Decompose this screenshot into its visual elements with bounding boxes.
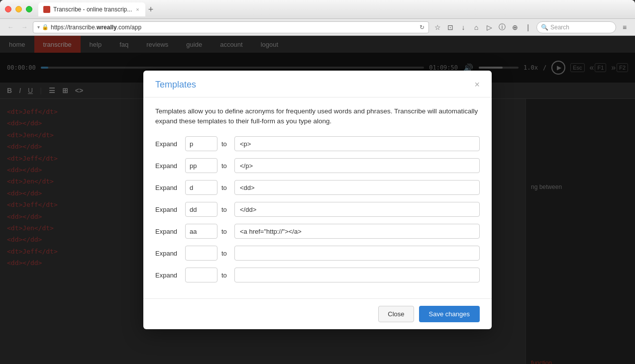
tab-bar: Transcribe - online transcrip... × +	[38, 2, 630, 16]
more-icon[interactable]: |	[523, 22, 533, 33]
expand-label-2: Expand	[155, 162, 181, 170]
tab-favicon	[43, 6, 50, 13]
expand-label-3: Expand	[155, 184, 181, 191]
lock-icon: 🔒	[42, 24, 49, 30]
template-long-input-3[interactable]	[234, 180, 480, 195]
to-label-5: to	[221, 228, 230, 235]
modal-overlay: Templates × Templates allow you to defin…	[0, 36, 635, 364]
template-short-input-2[interactable]	[185, 158, 217, 173]
info-icon[interactable]: ⓘ	[497, 22, 508, 33]
modal-body: Templates allow you to define acronyms f…	[143, 97, 492, 299]
tab-close-button[interactable]: ×	[135, 6, 140, 12]
home-icon[interactable]: ⌂	[471, 22, 482, 33]
expand-label-7: Expand	[155, 272, 181, 279]
refresh-button[interactable]: ↻	[420, 24, 424, 31]
minimize-window-button[interactable]	[15, 6, 22, 12]
address-url: https://transcribe.wreally.com/app	[51, 24, 418, 31]
save-changes-button[interactable]: Save changes	[419, 306, 480, 322]
modal-description: Templates allow you to define acronyms f…	[155, 106, 480, 127]
page-content: home transcribe help faq reviews guide a…	[0, 36, 635, 364]
title-bar: Transcribe - online transcrip... × +	[0, 0, 635, 19]
extensions-icon[interactable]: ⊕	[510, 22, 521, 33]
url-suffix: .com/app	[117, 24, 141, 31]
modal-header: Templates ×	[143, 71, 492, 97]
template-row-6: Expand to	[155, 246, 480, 261]
modal-title: Templates	[155, 80, 196, 90]
new-tab-button[interactable]: +	[148, 5, 154, 14]
back-button[interactable]: ←	[5, 22, 16, 33]
tab-title: Transcribe - online transcrip...	[53, 6, 132, 13]
template-row-3: Expand to	[155, 180, 480, 195]
search-placeholder: Search	[550, 24, 569, 31]
template-short-input-3[interactable]	[185, 180, 217, 195]
maximize-window-button[interactable]	[26, 6, 32, 12]
to-label-3: to	[221, 184, 230, 191]
template-short-input-1[interactable]	[185, 136, 217, 151]
modal-footer: Close Save changes	[143, 298, 492, 329]
template-row-4: Expand to	[155, 202, 480, 217]
url-prefix: https://transcribe.	[51, 24, 97, 31]
template-long-input-6[interactable]	[234, 246, 480, 261]
template-long-input-5[interactable]	[234, 224, 480, 239]
close-button[interactable]: Close	[378, 306, 414, 322]
url-domain: wreally	[97, 24, 117, 31]
expand-label-4: Expand	[155, 206, 181, 213]
forward-button[interactable]: →	[19, 22, 30, 33]
expand-label-5: Expand	[155, 228, 181, 235]
template-row-1: Expand to	[155, 136, 480, 151]
toolbar-icons: ☆ ⊡ ↓ ⌂ ▷ ⓘ ⊕ |	[432, 22, 533, 33]
address-dropdown-icon: ▾	[37, 24, 40, 30]
template-short-input-5[interactable]	[185, 224, 217, 239]
templates-modal: Templates × Templates allow you to defin…	[143, 71, 492, 330]
template-long-input-4[interactable]	[234, 202, 480, 217]
browser-tab[interactable]: Transcribe - online transcrip... ×	[38, 2, 145, 16]
template-long-input-2[interactable]	[234, 158, 480, 173]
close-window-button[interactable]	[5, 6, 11, 12]
search-icon: 🔍	[541, 24, 548, 31]
template-short-input-6[interactable]	[185, 246, 217, 261]
address-bar-row: ← → ▾ 🔒 https://transcribe.wreally.com/a…	[0, 19, 635, 36]
expand-label-1: Expand	[155, 140, 181, 148]
to-label-1: to	[221, 140, 230, 148]
template-row-2: Expand to	[155, 158, 480, 173]
template-long-input-7[interactable]	[234, 268, 480, 282]
share-icon[interactable]: ▷	[484, 22, 495, 33]
traffic-lights	[5, 6, 32, 12]
template-row-7: Expand to	[155, 268, 480, 282]
template-row-5: Expand to	[155, 224, 480, 239]
address-field[interactable]: ▾ 🔒 https://transcribe.wreally.com/app ↻	[33, 21, 429, 33]
expand-label-6: Expand	[155, 250, 181, 257]
download-icon[interactable]: ↓	[458, 22, 469, 33]
modal-close-button[interactable]: ×	[474, 80, 480, 89]
to-label-7: to	[221, 272, 230, 279]
template-short-input-4[interactable]	[185, 202, 217, 217]
to-label-6: to	[221, 250, 230, 257]
template-short-input-7[interactable]	[185, 268, 217, 282]
template-long-input-1[interactable]	[234, 136, 480, 151]
reading-list-icon[interactable]: ⊡	[445, 22, 456, 33]
to-label-2: to	[221, 162, 230, 170]
search-box[interactable]: 🔍 Search	[536, 21, 616, 33]
bookmark-icon[interactable]: ☆	[432, 22, 443, 33]
menu-button[interactable]: ≡	[619, 22, 630, 33]
to-label-4: to	[221, 206, 230, 213]
